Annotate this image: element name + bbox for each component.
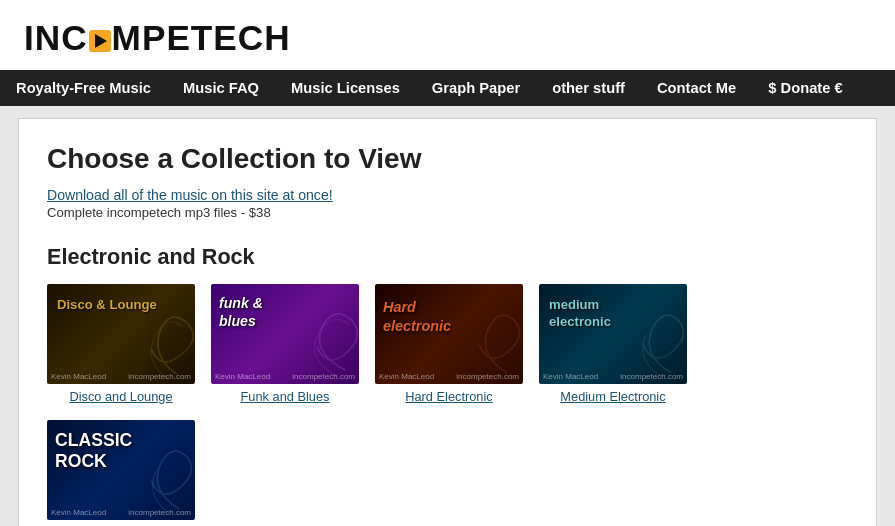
list-item: mediumelectronic Kevin MacLeod incompete… [539,284,687,404]
disco-link[interactable]: Disco and Lounge [69,389,172,404]
list-item: CLASSICROCK Kevin MacLeod incompetech.co… [47,420,195,526]
section-title: Electronic and Rock [47,244,848,270]
medium-thumb-label: mediumelectronic [549,296,611,330]
disco-watermark1: Kevin MacLeod [51,372,106,381]
medium-thumb[interactable]: mediumelectronic Kevin MacLeod incompete… [539,284,687,384]
hard-thumb[interactable]: Hardelectronic Kevin MacLeod incompetech… [375,284,523,384]
hard-watermark1: Kevin MacLeod [379,372,434,381]
hard-watermark2: incompetech.com [456,372,519,381]
nav-royalty-free[interactable]: Royalty-Free Music [0,70,167,106]
disco-thumb[interactable]: Disco & Lounge Kevin MacLeod incompetech… [47,284,195,384]
logo-text-after: MPETECH [112,18,291,57]
page-title: Choose a Collection to View [47,143,848,175]
classic-thumb[interactable]: CLASSICROCK Kevin MacLeod incompetech.co… [47,420,195,520]
medium-watermark2: incompetech.com [620,372,683,381]
funk-watermark1: Kevin MacLeod [215,372,270,381]
classic-watermark2: incompetech.com [128,508,191,517]
funk-link[interactable]: Funk and Blues [241,389,330,404]
funk-thumb-label: funk &blues [219,294,263,331]
hard-link[interactable]: Hard Electronic [405,389,492,404]
nav-music-licenses[interactable]: Music Licenses [275,70,416,106]
main-nav: Royalty-Free Music Music FAQ Music Licen… [0,70,895,106]
list-item: Hardelectronic Kevin MacLeod incompetech… [375,284,523,404]
list-item: Disco & Lounge Kevin MacLeod incompetech… [47,284,195,404]
collection-grid: Disco & Lounge Kevin MacLeod incompetech… [47,284,848,526]
logo-play-icon [89,30,111,52]
disco-watermark2: incompetech.com [128,372,191,381]
download-sub-text: Complete incompetech mp3 files - $38 [47,205,848,220]
funk-watermark2: incompetech.com [292,372,355,381]
nav-graph-paper[interactable]: Graph Paper [416,70,536,106]
medium-watermark1: Kevin MacLeod [543,372,598,381]
nav-other-stuff[interactable]: other stuff [536,70,641,106]
nav-contact-me[interactable]: Contact Me [641,70,752,106]
main-content: Choose a Collection to View Download all… [18,118,877,526]
nav-donate[interactable]: $ Donate € [752,70,858,106]
classic-watermark1: Kevin MacLeod [51,508,106,517]
hard-thumb-label: Hardelectronic [383,298,451,335]
funk-thumb[interactable]: funk &blues Kevin MacLeod incompetech.co… [211,284,359,384]
logo-text-before: INC [24,18,88,57]
download-all-link[interactable]: Download all of the music on this site a… [47,187,848,203]
list-item: funk &blues Kevin MacLeod incompetech.co… [211,284,359,404]
nav-music-faq[interactable]: Music FAQ [167,70,275,106]
header: INCMPETECH [0,0,895,70]
classic-thumb-label: CLASSICROCK [55,430,132,472]
medium-link[interactable]: Medium Electronic [560,389,665,404]
site-logo[interactable]: INCMPETECH [24,18,871,58]
